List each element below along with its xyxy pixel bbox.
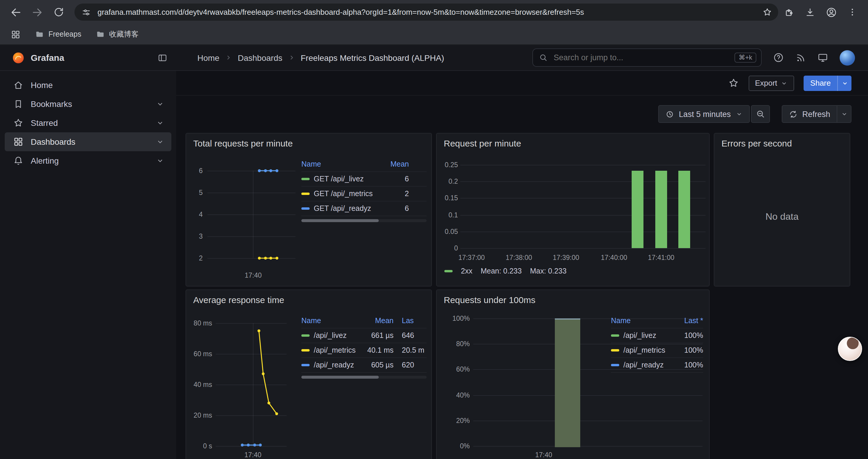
series-swatch <box>444 270 453 272</box>
grafana-header: Grafana Home Dashboards Freeleaps Metric… <box>0 45 868 71</box>
panel-errors-per-second: Errors per second No data <box>714 133 850 287</box>
sidebar-item-bookmarks[interactable]: Bookmarks <box>5 95 172 113</box>
favorite-star-icon[interactable] <box>728 77 739 89</box>
legend-cell: GET /api/_livez <box>301 175 375 183</box>
home-icon <box>13 80 24 90</box>
sidebar-item-home[interactable]: Home <box>5 76 172 95</box>
bookmark-label: 收藏博客 <box>109 29 138 39</box>
share-split-button: Share <box>804 75 851 91</box>
chevron-down-icon[interactable] <box>156 157 164 165</box>
series-swatch <box>611 334 619 337</box>
legend-cell: /api/_metrics <box>611 346 669 355</box>
search-icon <box>539 53 548 62</box>
bookmark-label: Freeleaps <box>49 30 81 38</box>
export-button[interactable]: Export <box>748 75 794 91</box>
apps-shortcut-icon[interactable] <box>11 29 21 39</box>
legend-header-cell: Las <box>402 317 427 325</box>
profile-icon[interactable] <box>826 6 837 18</box>
legend-stat: Max: 0.233 <box>530 267 567 275</box>
legend-row[interactable]: GET /api/_metrics2 <box>301 187 427 201</box>
gridline <box>460 198 706 199</box>
sidebar-item-dashboards[interactable]: Dashboards <box>5 132 172 151</box>
line-chart-svg[interactable] <box>208 171 296 258</box>
legend-row[interactable]: GET /api/_livez6 <box>301 172 427 187</box>
legend-text: 2 <box>405 190 409 198</box>
gridline <box>460 248 706 249</box>
chart-average-response-time[interactable]: 80 ms60 ms40 ms20 ms0 s17:40NameMeanLas/… <box>186 290 431 459</box>
legend-scrollbar-thumb[interactable] <box>301 376 379 379</box>
legend-row[interactable]: /api/_livez661 µs646 <box>301 328 427 343</box>
legend-cell: 40.1 ms <box>363 346 394 355</box>
chart-request-per-minute[interactable]: 0.250.20.150.10.05017:37:0017:38:0017:39… <box>437 133 709 286</box>
chart-requests-under-100ms[interactable]: 100%80%60%40%20%0%17:40NameLast */api/_l… <box>437 290 709 459</box>
url-input[interactable] <box>96 7 757 17</box>
legend-header-cell: Name <box>301 317 363 325</box>
bookmark-star-icon[interactable] <box>762 7 772 17</box>
legend-row[interactable]: GET /api/_readyz6 <box>301 201 427 216</box>
downloads-icon[interactable] <box>805 7 815 18</box>
legend-row[interactable]: /api/_metrics40.1 ms20.5 m <box>301 343 427 358</box>
monitor-icon[interactable] <box>817 52 829 63</box>
legend-scrollbar[interactable] <box>301 376 427 379</box>
grafana-logo[interactable] <box>12 51 25 64</box>
url-bar[interactable] <box>74 4 778 21</box>
forward-icon[interactable] <box>28 3 46 21</box>
panel-requests-under-100ms: Requests under 100ms 100%80%60%40%20%0%1… <box>436 290 710 459</box>
breadcrumb-dashboards[interactable]: Dashboards <box>238 53 282 62</box>
legend-text: GET /api/_readyz <box>314 204 371 213</box>
zoom-out-button[interactable] <box>751 105 770 123</box>
legend-text: 40.1 ms <box>367 346 394 355</box>
legend-text: Mean <box>375 317 394 325</box>
chevron-down-icon[interactable] <box>156 100 164 108</box>
bookmark-folder-blogs[interactable]: 收藏博客 <box>95 29 138 39</box>
back-icon[interactable] <box>7 3 25 21</box>
series-swatch <box>301 334 310 337</box>
legend-scrollbar-thumb[interactable] <box>301 219 379 222</box>
legend-cell: 100% <box>669 361 703 369</box>
sidebar-item-alerting[interactable]: Alerting <box>5 151 172 170</box>
legend-row[interactable]: /api/_readyz605 µs620 <box>301 358 427 373</box>
extensions-icon[interactable] <box>784 7 795 18</box>
legend-cell: 6 <box>375 204 409 213</box>
chevron-down-icon[interactable] <box>156 138 164 146</box>
y-axis-tick-label: 0% <box>437 442 470 450</box>
search-box[interactable]: ⌘+k <box>532 48 762 67</box>
legend-series-name[interactable]: 2xx <box>461 267 472 275</box>
news-rss-icon[interactable] <box>795 52 806 63</box>
search-input[interactable] <box>553 53 730 63</box>
browser-menu-icon[interactable] <box>847 7 857 17</box>
legend-text: /api/_livez <box>314 331 346 340</box>
legend-text: GET /api/_metrics <box>314 190 373 198</box>
breadcrumb-home[interactable]: Home <box>197 53 219 62</box>
legend[interactable]: 2xxMean: 0.233Max: 0.233 <box>444 267 567 275</box>
folder-icon <box>35 30 44 39</box>
share-menu-chevron-icon[interactable] <box>837 75 851 91</box>
share-button[interactable]: Share <box>804 75 837 91</box>
refresh-split-button: Refresh <box>781 105 851 123</box>
legend-header-row: NameMeanLas <box>301 314 427 328</box>
y-axis-tick-label: 20% <box>437 417 470 425</box>
sidebar-item-starred[interactable]: Starred <box>5 113 172 132</box>
reload-icon[interactable] <box>50 3 67 21</box>
panel-request-per-minute: Request per minute 0.250.20.150.10.05017… <box>436 133 710 287</box>
floating-assistant-avatar[interactable] <box>838 337 862 361</box>
time-range-picker[interactable]: Last 5 minutes <box>658 105 750 123</box>
legend-row[interactable]: /api/_metrics100% <box>611 343 703 358</box>
legend-header-cell: Mean <box>375 160 409 168</box>
legend-cell: /api/_metrics <box>301 346 363 355</box>
legend-scrollbar[interactable] <box>301 219 427 222</box>
chart-total-requests[interactable]: 6543217:40NameMeanGET /api/_livez6GET /a… <box>186 133 431 286</box>
line-chart-svg[interactable] <box>216 323 286 446</box>
site-settings-icon[interactable] <box>82 7 91 17</box>
bookmark-folder-freeleaps[interactable]: Freeleaps <box>35 30 81 39</box>
refresh-interval-chevron-icon[interactable] <box>837 105 851 123</box>
refresh-button[interactable]: Refresh <box>781 105 837 123</box>
help-icon[interactable] <box>773 52 784 63</box>
legend-row[interactable]: /api/_readyz100% <box>611 358 703 373</box>
sidebar-toggle-icon[interactable] <box>157 52 168 63</box>
legend-row[interactable]: /api/_livez100% <box>611 328 703 343</box>
user-avatar[interactable] <box>840 50 855 65</box>
chevron-down-icon[interactable] <box>156 119 164 127</box>
panel-title[interactable]: Errors per second <box>721 138 843 148</box>
x-axis-tick-label: 17:38:00 <box>495 254 542 262</box>
